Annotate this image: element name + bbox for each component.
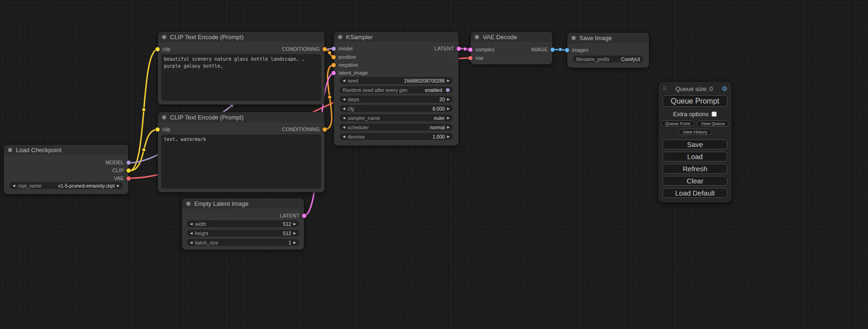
width-widget[interactable]: ◀ width 512 ▶: [187, 220, 299, 227]
node-empty-latent-image[interactable]: Empty Latent Image LATENT ◀ width 512 ▶ …: [182, 198, 304, 250]
node-title-bar[interactable]: Save Image: [567, 33, 649, 43]
input-slot-vae[interactable]: vae: [468, 55, 484, 61]
collapse-dot-icon[interactable]: [8, 148, 12, 152]
collapse-dot-icon[interactable]: [162, 115, 166, 119]
output-slot-latent[interactable]: LATENT: [280, 212, 306, 219]
prompt-textarea[interactable]: beautiful scenery nature glass bottle la…: [161, 54, 321, 101]
latent-port-icon[interactable]: [332, 71, 336, 75]
node-save-image[interactable]: Save Image images filename_prefix ComfyU…: [567, 33, 649, 68]
clip-port-icon[interactable]: [127, 168, 131, 173]
view-queue-button[interactable]: View Queue: [697, 120, 729, 126]
decrement-arrow-icon[interactable]: ◀: [13, 184, 15, 187]
decrement-arrow-icon[interactable]: ◀: [343, 79, 345, 82]
node-clip-text-encode-negative[interactable]: CLIP Text Encode (Prompt) clip CONDITION…: [158, 112, 325, 192]
node-vae-decode[interactable]: VAE Decode samples vae IMAGE: [471, 32, 552, 64]
latent-port-icon[interactable]: [302, 214, 306, 218]
decrement-arrow-icon[interactable]: ◀: [343, 135, 345, 138]
output-slot-image[interactable]: IMAGE: [531, 46, 555, 53]
output-slot-model[interactable]: MODEL: [106, 159, 131, 166]
output-slot-clip[interactable]: CLIP: [113, 167, 131, 174]
output-slot-vae[interactable]: VAE: [114, 175, 131, 182]
node-title-bar[interactable]: CLIP Text Encode (Prompt): [158, 32, 325, 42]
latent-port-icon[interactable]: [457, 47, 461, 51]
input-slot-model[interactable]: model: [332, 45, 353, 52]
decrement-arrow-icon[interactable]: ◀: [343, 107, 345, 110]
prompt-textarea[interactable]: text, watermark: [161, 134, 321, 189]
queue-prompt-button[interactable]: Queue Prompt: [663, 95, 727, 107]
settings-gear-icon[interactable]: ⚙: [721, 85, 727, 92]
increment-arrow-icon[interactable]: ▶: [447, 116, 450, 119]
increment-arrow-icon[interactable]: ▶: [447, 79, 450, 82]
decrement-arrow-icon[interactable]: ◀: [343, 126, 345, 129]
collapse-dot-icon[interactable]: [475, 35, 479, 39]
load-button[interactable]: Load: [663, 152, 727, 161]
extra-options-checkbox[interactable]: [712, 112, 717, 117]
node-title-bar[interactable]: Empty Latent Image: [182, 198, 304, 209]
output-slot-conditioning[interactable]: CONDITIONING: [282, 126, 327, 133]
node-load-checkpoint[interactable]: Load Checkpoint MODEL CLIP VAE ◀ ckpt_na…: [4, 145, 128, 194]
clear-button[interactable]: Clear: [663, 176, 727, 186]
node-title-bar[interactable]: Load Checkpoint: [4, 145, 128, 155]
drag-handle-icon[interactable]: ⠿: [663, 85, 667, 92]
collapse-dot-icon[interactable]: [186, 202, 191, 206]
vae-port-icon[interactable]: [468, 56, 473, 60]
collapse-dot-icon[interactable]: [338, 35, 342, 39]
collapse-dot-icon[interactable]: [162, 35, 166, 39]
model-port-icon[interactable]: [127, 161, 131, 165]
scheduler-widget[interactable]: ◀ scheduler normal ▶: [339, 124, 453, 131]
conditioning-port-icon[interactable]: [323, 127, 327, 132]
decrement-arrow-icon[interactable]: ◀: [190, 222, 192, 225]
random-seed-toggle-widget[interactable]: Random seed after every gen enabled: [339, 86, 453, 93]
image-port-icon[interactable]: [565, 48, 569, 52]
input-slot-images[interactable]: images: [565, 47, 588, 53]
increment-arrow-icon[interactable]: ▶: [447, 98, 450, 101]
clip-port-icon[interactable]: [155, 127, 160, 132]
save-button[interactable]: Save: [663, 140, 727, 149]
seed-widget[interactable]: ◀ seed 156680208700286 ▶: [339, 77, 453, 84]
sampler-name-widget[interactable]: ◀ sampler_name euler ▶: [339, 114, 453, 121]
latent-port-icon[interactable]: [468, 48, 473, 52]
height-widget[interactable]: ◀ height 512 ▶: [187, 230, 299, 237]
node-graph-canvas[interactable]: Load Checkpoint MODEL CLIP VAE ◀ ckpt_na…: [0, 0, 868, 329]
clip-port-icon[interactable]: [155, 47, 160, 51]
input-slot-clip[interactable]: clip: [155, 46, 170, 52]
increment-arrow-icon[interactable]: ▶: [447, 135, 450, 138]
node-ksampler[interactable]: KSampler model positive negative latent_…: [334, 32, 459, 146]
input-slot-clip[interactable]: clip: [155, 126, 170, 133]
load-default-button[interactable]: Load Default: [663, 188, 727, 198]
input-slot-latent-image[interactable]: latent_image: [332, 70, 368, 76]
queue-front-button[interactable]: Queue Front: [661, 120, 694, 126]
refresh-button[interactable]: Refresh: [663, 164, 727, 174]
node-title-bar[interactable]: CLIP Text Encode (Prompt): [158, 112, 325, 122]
ckpt-name-widget[interactable]: ◀ ckpt_name v1-5-pruned-emaonly.ckpt ▶: [9, 182, 123, 189]
model-port-icon[interactable]: [332, 47, 336, 51]
conditioning-port-icon[interactable]: [332, 63, 336, 67]
conditioning-port-icon[interactable]: [323, 47, 327, 51]
filename-prefix-widget[interactable]: filename_prefix ComfyUI: [573, 56, 643, 63]
decrement-arrow-icon[interactable]: ◀: [343, 116, 345, 119]
decrement-arrow-icon[interactable]: ◀: [190, 241, 192, 244]
output-slot-conditioning[interactable]: CONDITIONING: [282, 46, 327, 52]
view-history-button[interactable]: View History: [678, 129, 712, 135]
image-port-icon[interactable]: [550, 48, 555, 52]
node-title-bar[interactable]: VAE Decode: [471, 32, 552, 42]
cfg-widget[interactable]: ◀ cfg 8.000 ▶: [339, 105, 453, 112]
node-clip-text-encode-positive[interactable]: CLIP Text Encode (Prompt) clip CONDITION…: [158, 32, 325, 105]
input-slot-samples[interactable]: samples: [468, 46, 494, 53]
denoise-widget[interactable]: ◀ denoise 1.000 ▶: [339, 133, 453, 140]
conditioning-port-icon[interactable]: [332, 55, 336, 59]
batch-size-widget[interactable]: ◀ batch_size 1 ▶: [187, 239, 299, 246]
increment-arrow-icon[interactable]: ▶: [294, 222, 296, 225]
increment-arrow-icon[interactable]: ▶: [294, 231, 296, 235]
decrement-arrow-icon[interactable]: ◀: [190, 231, 192, 235]
input-slot-negative[interactable]: negative: [332, 62, 358, 68]
output-slot-latent[interactable]: LATENT: [435, 45, 461, 52]
vae-port-icon[interactable]: [127, 176, 131, 181]
increment-arrow-icon[interactable]: ▶: [447, 126, 450, 129]
increment-arrow-icon[interactable]: ▶: [447, 107, 450, 110]
collapse-dot-icon[interactable]: [572, 36, 576, 40]
decrement-arrow-icon[interactable]: ◀: [343, 98, 345, 101]
steps-widget[interactable]: ◀ steps 20 ▶: [339, 96, 453, 103]
increment-arrow-icon[interactable]: ▶: [294, 241, 296, 244]
increment-arrow-icon[interactable]: ▶: [117, 184, 120, 187]
